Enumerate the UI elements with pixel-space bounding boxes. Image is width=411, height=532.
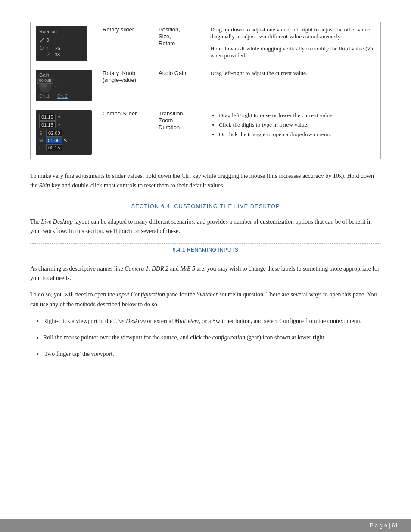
subsection-number: 6.4.1 xyxy=(173,247,185,253)
r1-mid2: and xyxy=(168,265,180,272)
b1-start: Right-click a viewport in the xyxy=(43,318,114,324)
reference-table: Rotation ⤢ 9 ↻ Y -25 Z 38 xyxy=(30,22,381,159)
page-number: P a g e | 61 xyxy=(370,522,398,529)
section-heading: SECTION 6.4 CUSTOMIZING THE LIVE DESKTOP xyxy=(30,203,381,209)
b2-italic: configuration xyxy=(212,334,245,341)
table-row: 01.15 ▼ 01.15 ▼ S 02.00 M xyxy=(31,106,381,159)
b1-italic2: Multiview xyxy=(174,318,199,324)
type-name-2: Rotary Knob(single-value) xyxy=(103,70,136,83)
widget-image-cell-3: 01.15 ▼ 01.15 ▼ S 02.00 M xyxy=(31,106,97,159)
usage-cell: Position,Size,Rotate xyxy=(153,22,205,65)
subsection-wrap: 6.4.1 RENAMING INPUTS xyxy=(30,243,381,256)
usage-text-2: Audio Gain xyxy=(159,70,186,76)
combo-row-m: M 01.00 ↖ xyxy=(39,137,88,143)
b3-start: 'Two finger tap' the viewport. xyxy=(43,351,114,357)
r1-italic1: Camera 1 xyxy=(125,265,149,272)
combo-row-f: F 00.15 xyxy=(39,144,88,151)
m-label: M xyxy=(39,138,44,143)
type-name-cell-3: Combo-Slider xyxy=(97,106,153,159)
ch1-label: Ch. 1 xyxy=(39,94,50,99)
section-title: CUSTOMIZING THE LIVE DESKTOP xyxy=(174,203,280,209)
combo-arrow-2: ▼ xyxy=(57,123,61,127)
z-label: Z xyxy=(47,52,53,57)
b1-italic: Live Desktop xyxy=(114,318,145,324)
table-row: Rotation ⤢ 9 ↻ Y -25 Z 38 xyxy=(31,22,381,65)
cursor-icon: ↖ xyxy=(63,137,68,143)
table-row: Gain 50.0dB ● ↔ Ch. 1 Ch. xyxy=(31,65,381,106)
m-value: 01.00 xyxy=(46,137,62,143)
renaming-para-1: As charming as descriptive names like Ca… xyxy=(30,264,381,283)
type-name: Rotary slider xyxy=(103,26,134,33)
gain-knob-1: 50.0dB ● xyxy=(39,80,51,92)
desc-para-1: Drag up-down to adjust one value, left-r… xyxy=(210,26,375,40)
widget-y-row: ↻ Y -25 xyxy=(39,45,84,51)
desc-cell-2: Drag left-right to adjust the current va… xyxy=(205,65,381,106)
combo-row-1: 01.15 ▼ xyxy=(39,114,88,121)
renaming-bullets: Right-click a viewport in the Live Deskt… xyxy=(43,316,381,359)
bullet-item-2: Roll the mouse pointer over the viewport… xyxy=(43,333,381,343)
r2-italic2: Switcher xyxy=(197,291,218,298)
page-footer: P a g e | 61 xyxy=(0,519,411,532)
type-name-3: Combo-Slider xyxy=(103,110,137,117)
combo-widget: 01.15 ▼ 01.15 ▼ S 02.00 M xyxy=(36,110,92,155)
bullet-item: Drag left/right to raise or lower the cu… xyxy=(219,112,375,119)
usage-text-3: Transition,ZoomDuration xyxy=(159,110,184,131)
widget-image-cell: Rotation ⤢ 9 ↻ Y -25 Z 38 xyxy=(31,22,97,65)
para1-end: key and double-click most controls to re… xyxy=(50,182,224,189)
gain-knobs: 50.0dB ● ↔ xyxy=(39,80,88,92)
section-intro-para: The Live Desktop layout can be adapted t… xyxy=(30,217,381,236)
f-label: F xyxy=(39,146,44,150)
drag-icon: ⤢ xyxy=(39,36,45,44)
s-value: 02.00 xyxy=(46,130,62,137)
r1-start: As charming as descriptive names like xyxy=(30,265,125,272)
r2-start: To do so, you will need to open the xyxy=(30,291,116,298)
z-value: 38 xyxy=(55,52,60,57)
usage-cell-2: Audio Gain xyxy=(153,65,205,106)
subsection-title: RENAMING INPUTS xyxy=(187,247,239,253)
gain-widget: Gain 50.0dB ● ↔ Ch. 1 Ch. xyxy=(36,70,92,101)
rotation-widget: Rotation ⤢ 9 ↻ Y -25 Z 38 xyxy=(36,26,87,61)
f-value: 00.15 xyxy=(46,144,62,151)
combo-val-2: 01.15 xyxy=(39,121,56,128)
section-intro-start: The xyxy=(30,218,41,225)
gain-arrows: ↔ xyxy=(54,83,59,90)
subsection-heading: 6.4.1 RENAMING INPUTS xyxy=(173,247,239,253)
r2-italic1: Input Configuration xyxy=(116,291,165,298)
section-intro-italic: Live Desktop xyxy=(41,218,72,225)
b2-end: (gear) icon shown at lower right. xyxy=(245,334,326,341)
usage-cell-3: Transition,ZoomDuration xyxy=(153,106,205,159)
widget-title: Rotation xyxy=(39,29,84,34)
renaming-para-2: To do so, you will need to open the Inpu… xyxy=(30,290,381,309)
bullet-item: Click the digits to type in a new value. xyxy=(219,121,375,128)
body-para-1: To make very fine adjustments to slider … xyxy=(30,171,381,191)
desc-para-gain: Drag left-right to adjust the current va… xyxy=(210,70,375,77)
bullet-item-3: 'Two finger tap' the viewport. xyxy=(43,349,381,359)
x-value: 9 xyxy=(47,37,49,43)
combo-row-s: S 02.00 xyxy=(39,130,88,137)
y-label: Y xyxy=(46,46,52,51)
section-intro-end: layout can be adapted to many different … xyxy=(30,218,372,234)
bullet-item: Or click the triangle to open a drop-dow… xyxy=(219,131,375,138)
r2-mid1: pane for the xyxy=(165,291,197,298)
usage-text: Position,Size,Rotate xyxy=(159,26,180,47)
combo-row-2: 01.15 ▼ xyxy=(39,121,88,128)
r1-mid1: , xyxy=(149,265,152,272)
b2-start: Roll the mouse pointer over the viewport… xyxy=(43,334,212,341)
b1-mid: or external xyxy=(146,318,174,324)
bullet-item-1: Right-click a viewport in the Live Deskt… xyxy=(43,316,381,327)
combo-bullets: Drag left/right to raise or lower the cu… xyxy=(210,112,375,138)
desc-cell-3: Drag left/right to raise or lower the cu… xyxy=(205,106,381,159)
combo-val-1: 01.15 xyxy=(39,114,56,121)
r1-italic2: DDR 2 xyxy=(152,265,168,272)
gain-channels: Ch. 1 Ch. 2 xyxy=(39,94,88,99)
type-name-cell: Rotary slider xyxy=(97,22,153,65)
widget-image-cell-2: Gain 50.0dB ● ↔ Ch. 1 Ch. xyxy=(31,65,97,106)
r1-italic3: M/E 5 xyxy=(180,265,195,272)
widget-x-row: ⤢ 9 xyxy=(39,36,84,44)
b1-end: , or a Switcher button, and select Confi… xyxy=(199,318,361,324)
widget-z-row: Z 38 xyxy=(39,52,84,57)
para1-italic: Shift xyxy=(39,182,50,189)
type-name-cell-2: Rotary Knob(single-value) xyxy=(97,65,153,106)
y-value: -25 xyxy=(53,46,60,51)
gain-badge: 50.0dB xyxy=(37,78,53,84)
